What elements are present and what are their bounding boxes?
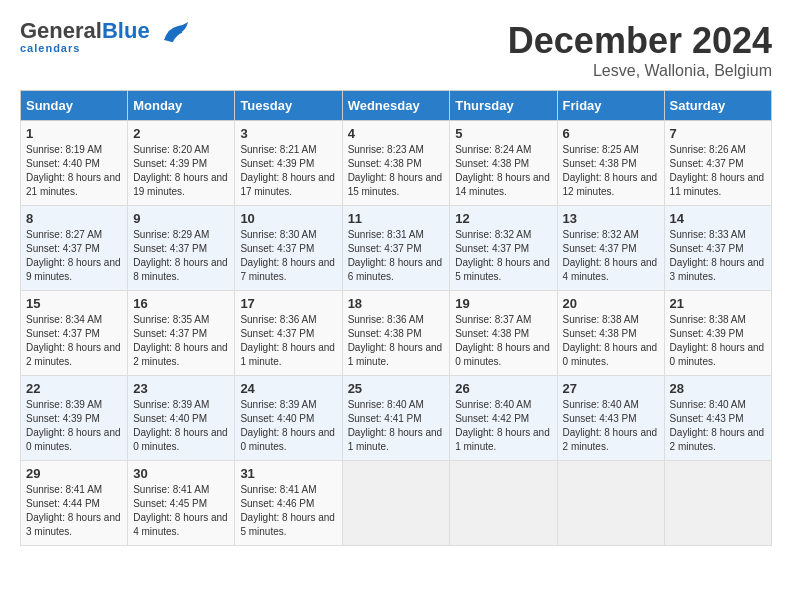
day-info: Sunrise: 8:39 AMSunset: 4:40 PMDaylight:… [240,398,336,454]
calendar-cell: 28Sunrise: 8:40 AMSunset: 4:43 PMDayligh… [664,376,771,461]
day-info: Sunrise: 8:38 AMSunset: 4:39 PMDaylight:… [670,313,766,369]
day-number: 27 [563,381,659,396]
day-number: 11 [348,211,445,226]
day-number: 12 [455,211,551,226]
calendar-cell: 17Sunrise: 8:36 AMSunset: 4:37 PMDayligh… [235,291,342,376]
day-info: Sunrise: 8:41 AMSunset: 4:46 PMDaylight:… [240,483,336,539]
day-number: 23 [133,381,229,396]
day-info: Sunrise: 8:21 AMSunset: 4:39 PMDaylight:… [240,143,336,199]
day-number: 7 [670,126,766,141]
day-number: 17 [240,296,336,311]
day-number: 18 [348,296,445,311]
day-info: Sunrise: 8:24 AMSunset: 4:38 PMDaylight:… [455,143,551,199]
calendar-cell: 16Sunrise: 8:35 AMSunset: 4:37 PMDayligh… [128,291,235,376]
day-number: 9 [133,211,229,226]
calendar-week-row: 29Sunrise: 8:41 AMSunset: 4:44 PMDayligh… [21,461,772,546]
day-info: Sunrise: 8:39 AMSunset: 4:39 PMDaylight:… [26,398,122,454]
day-number: 6 [563,126,659,141]
calendar-cell: 5Sunrise: 8:24 AMSunset: 4:38 PMDaylight… [450,121,557,206]
day-number: 10 [240,211,336,226]
day-info: Sunrise: 8:23 AMSunset: 4:38 PMDaylight:… [348,143,445,199]
logo-text: GeneralBlue [20,20,150,42]
calendar-header-row: SundayMondayTuesdayWednesdayThursdayFrid… [21,91,772,121]
bird-icon [154,20,190,54]
calendar-cell: 29Sunrise: 8:41 AMSunset: 4:44 PMDayligh… [21,461,128,546]
day-header-monday: Monday [128,91,235,121]
day-info: Sunrise: 8:35 AMSunset: 4:37 PMDaylight:… [133,313,229,369]
calendar-cell: 13Sunrise: 8:32 AMSunset: 4:37 PMDayligh… [557,206,664,291]
day-number: 2 [133,126,229,141]
day-info: Sunrise: 8:39 AMSunset: 4:40 PMDaylight:… [133,398,229,454]
calendar-cell: 19Sunrise: 8:37 AMSunset: 4:38 PMDayligh… [450,291,557,376]
day-info: Sunrise: 8:33 AMSunset: 4:37 PMDaylight:… [670,228,766,284]
day-info: Sunrise: 8:32 AMSunset: 4:37 PMDaylight:… [563,228,659,284]
day-number: 24 [240,381,336,396]
calendar-cell: 22Sunrise: 8:39 AMSunset: 4:39 PMDayligh… [21,376,128,461]
day-info: Sunrise: 8:32 AMSunset: 4:37 PMDaylight:… [455,228,551,284]
calendar-cell: 1Sunrise: 8:19 AMSunset: 4:40 PMDaylight… [21,121,128,206]
calendar-cell [450,461,557,546]
day-header-wednesday: Wednesday [342,91,450,121]
logo: GeneralBlue calendars [20,20,190,54]
calendar-cell: 6Sunrise: 8:25 AMSunset: 4:38 PMDaylight… [557,121,664,206]
calendar-cell: 15Sunrise: 8:34 AMSunset: 4:37 PMDayligh… [21,291,128,376]
page-header: GeneralBlue calendars December 2024 Lesv… [20,20,772,80]
logo-tagline: calendars [20,42,150,54]
month-title: December 2024 [508,20,772,62]
day-number: 25 [348,381,445,396]
calendar-cell: 31Sunrise: 8:41 AMSunset: 4:46 PMDayligh… [235,461,342,546]
day-info: Sunrise: 8:25 AMSunset: 4:38 PMDaylight:… [563,143,659,199]
calendar-week-row: 15Sunrise: 8:34 AMSunset: 4:37 PMDayligh… [21,291,772,376]
calendar-table: SundayMondayTuesdayWednesdayThursdayFrid… [20,90,772,546]
day-info: Sunrise: 8:27 AMSunset: 4:37 PMDaylight:… [26,228,122,284]
day-number: 13 [563,211,659,226]
calendar-week-row: 22Sunrise: 8:39 AMSunset: 4:39 PMDayligh… [21,376,772,461]
location-text: Lesve, Wallonia, Belgium [508,62,772,80]
day-info: Sunrise: 8:36 AMSunset: 4:38 PMDaylight:… [348,313,445,369]
day-info: Sunrise: 8:29 AMSunset: 4:37 PMDaylight:… [133,228,229,284]
day-info: Sunrise: 8:41 AMSunset: 4:44 PMDaylight:… [26,483,122,539]
day-info: Sunrise: 8:40 AMSunset: 4:41 PMDaylight:… [348,398,445,454]
calendar-week-row: 8Sunrise: 8:27 AMSunset: 4:37 PMDaylight… [21,206,772,291]
day-info: Sunrise: 8:19 AMSunset: 4:40 PMDaylight:… [26,143,122,199]
day-number: 30 [133,466,229,481]
day-info: Sunrise: 8:26 AMSunset: 4:37 PMDaylight:… [670,143,766,199]
day-number: 29 [26,466,122,481]
day-info: Sunrise: 8:30 AMSunset: 4:37 PMDaylight:… [240,228,336,284]
calendar-cell: 10Sunrise: 8:30 AMSunset: 4:37 PMDayligh… [235,206,342,291]
day-info: Sunrise: 8:38 AMSunset: 4:38 PMDaylight:… [563,313,659,369]
day-header-thursday: Thursday [450,91,557,121]
day-number: 16 [133,296,229,311]
calendar-cell: 4Sunrise: 8:23 AMSunset: 4:38 PMDaylight… [342,121,450,206]
title-section: December 2024 Lesve, Wallonia, Belgium [508,20,772,80]
day-number: 26 [455,381,551,396]
calendar-cell: 7Sunrise: 8:26 AMSunset: 4:37 PMDaylight… [664,121,771,206]
calendar-cell: 2Sunrise: 8:20 AMSunset: 4:39 PMDaylight… [128,121,235,206]
calendar-cell: 26Sunrise: 8:40 AMSunset: 4:42 PMDayligh… [450,376,557,461]
day-info: Sunrise: 8:40 AMSunset: 4:43 PMDaylight:… [563,398,659,454]
day-number: 5 [455,126,551,141]
day-info: Sunrise: 8:37 AMSunset: 4:38 PMDaylight:… [455,313,551,369]
day-number: 19 [455,296,551,311]
day-number: 31 [240,466,336,481]
calendar-cell: 20Sunrise: 8:38 AMSunset: 4:38 PMDayligh… [557,291,664,376]
day-number: 21 [670,296,766,311]
calendar-cell: 23Sunrise: 8:39 AMSunset: 4:40 PMDayligh… [128,376,235,461]
calendar-cell: 25Sunrise: 8:40 AMSunset: 4:41 PMDayligh… [342,376,450,461]
day-number: 3 [240,126,336,141]
day-number: 20 [563,296,659,311]
calendar-cell: 27Sunrise: 8:40 AMSunset: 4:43 PMDayligh… [557,376,664,461]
calendar-cell: 30Sunrise: 8:41 AMSunset: 4:45 PMDayligh… [128,461,235,546]
calendar-week-row: 1Sunrise: 8:19 AMSunset: 4:40 PMDaylight… [21,121,772,206]
day-info: Sunrise: 8:40 AMSunset: 4:42 PMDaylight:… [455,398,551,454]
calendar-cell [342,461,450,546]
calendar-cell: 12Sunrise: 8:32 AMSunset: 4:37 PMDayligh… [450,206,557,291]
day-number: 15 [26,296,122,311]
day-header-tuesday: Tuesday [235,91,342,121]
calendar-cell: 8Sunrise: 8:27 AMSunset: 4:37 PMDaylight… [21,206,128,291]
day-header-saturday: Saturday [664,91,771,121]
calendar-cell: 14Sunrise: 8:33 AMSunset: 4:37 PMDayligh… [664,206,771,291]
day-number: 28 [670,381,766,396]
day-info: Sunrise: 8:40 AMSunset: 4:43 PMDaylight:… [670,398,766,454]
calendar-cell: 3Sunrise: 8:21 AMSunset: 4:39 PMDaylight… [235,121,342,206]
